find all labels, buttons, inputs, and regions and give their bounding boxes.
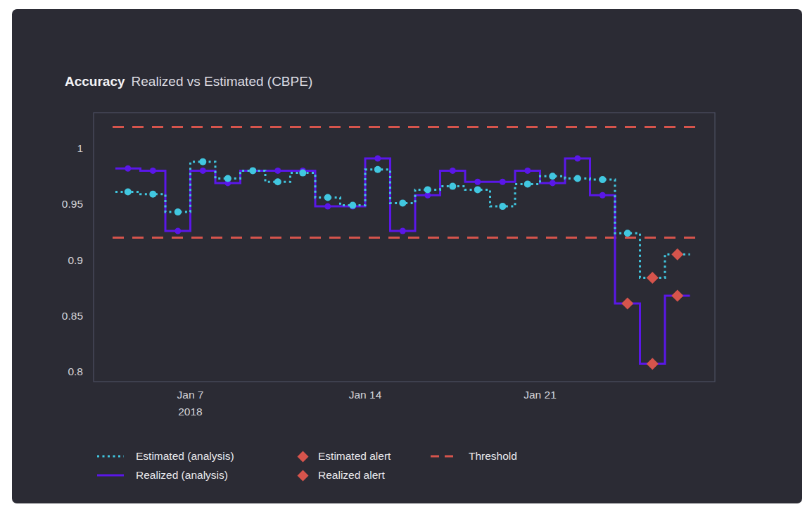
x-tick-label: Jan 21 — [524, 389, 557, 401]
realized-marker — [550, 180, 556, 186]
realized-marker — [274, 168, 281, 174]
legend-item-estimated-alert[interactable]: Estimated alert — [296, 449, 391, 463]
realized-marker — [600, 192, 606, 199]
realized-marker — [125, 165, 131, 172]
estimated-marker — [474, 186, 481, 193]
estimated-marker — [499, 203, 506, 210]
y-tick-label: 1 — [77, 142, 83, 154]
realized-marker — [150, 168, 156, 174]
realized-marker — [450, 168, 456, 174]
page: AccuracyRealized vs Estimated (CBPE) 10.… — [0, 0, 812, 514]
realized-step-line — [115, 158, 690, 364]
estimated-marker — [599, 176, 606, 183]
estimated-marker — [349, 202, 356, 209]
estimated-alert-marker — [671, 249, 683, 261]
estimated-marker — [574, 175, 581, 182]
legend-item-realized-alert[interactable]: Realized alert — [296, 468, 385, 482]
estimated-marker — [524, 180, 531, 187]
legend-label: Realized (analysis) — [136, 469, 228, 482]
estimated-marker — [149, 191, 156, 198]
legend-item-realized[interactable]: Realized (analysis) — [96, 468, 228, 482]
legend-item-estimated[interactable]: Estimated (analysis) — [96, 449, 234, 463]
estimated-marker — [299, 170, 306, 177]
realized-solid-line-icon — [96, 471, 125, 479]
estimated-dotted-line-icon — [96, 452, 125, 460]
realized-marker — [175, 228, 181, 234]
legend-label: Threshold — [469, 450, 517, 463]
estimated-marker — [624, 230, 631, 237]
estimated-marker — [249, 167, 256, 174]
estimated-marker — [449, 183, 456, 190]
realized-marker — [324, 203, 331, 210]
realized-marker — [400, 228, 406, 234]
realized-alert-marker — [621, 298, 633, 310]
realized-alert-marker — [647, 358, 659, 370]
accuracy-step-chart[interactable]: 10.950.90.850.8Jan 72018Jan 14Jan 21 — [0, 0, 812, 514]
estimated-marker — [399, 199, 406, 206]
threshold-dashed-line-icon — [431, 452, 459, 460]
estimated-marker — [199, 158, 206, 165]
alert-diamond-icon — [296, 450, 310, 463]
estimated-marker — [274, 178, 281, 185]
realized-marker — [200, 168, 206, 174]
y-tick-label: 0.85 — [62, 310, 83, 322]
legend-item-threshold[interactable]: Threshold — [431, 449, 517, 463]
estimated-alert-marker — [647, 272, 659, 284]
legend-label: Realized alert — [318, 469, 385, 482]
estimated-marker — [224, 175, 231, 182]
y-tick-label: 0.9 — [68, 254, 83, 266]
plot-area-border — [94, 113, 715, 382]
legend-label: Estimated (analysis) — [136, 450, 234, 463]
realized-marker — [374, 156, 381, 162]
realized-marker — [524, 168, 531, 174]
x-tick-year-label: 2018 — [178, 406, 202, 418]
y-tick-label: 0.8 — [68, 365, 83, 377]
x-tick-label: Jan 14 — [349, 389, 382, 401]
estimated-marker — [374, 166, 381, 173]
realized-marker — [574, 156, 581, 162]
estimated-marker — [125, 189, 132, 196]
realized-marker — [474, 179, 481, 185]
alert-diamond-icon — [296, 469, 310, 482]
realized-alert-marker — [671, 289, 683, 301]
estimated-marker — [175, 208, 182, 215]
estimated-marker — [424, 186, 431, 193]
legend-label: Estimated alert — [318, 450, 391, 463]
realized-marker — [500, 179, 506, 185]
estimated-marker — [324, 194, 331, 201]
y-tick-label: 0.95 — [62, 198, 83, 210]
estimated-marker — [549, 173, 556, 180]
x-tick-label: Jan 7 — [177, 389, 204, 401]
